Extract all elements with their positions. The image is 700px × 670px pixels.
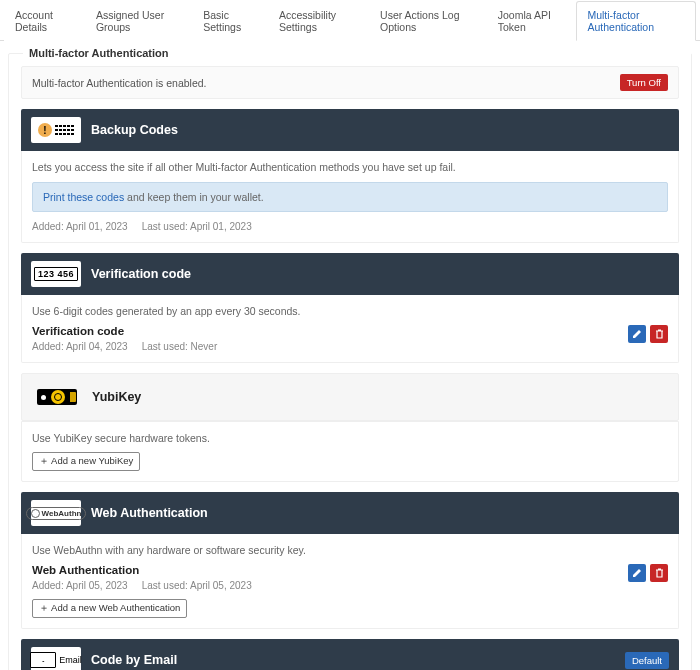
verification-body: Use 6-digit codes generated by an app ev… — [21, 295, 679, 363]
verification-added: Added: April 04, 2023 — [32, 341, 128, 352]
tab-assigned-user-groups[interactable]: Assigned User Groups — [85, 1, 192, 41]
backup-last: Last used: April 01, 2023 — [142, 221, 252, 232]
webauthn-title: Web Authentication — [91, 506, 208, 520]
webauthn-delete-button[interactable] — [650, 564, 668, 582]
email-title: Code by Email — [91, 653, 177, 667]
verification-last: Last used: Never — [142, 341, 218, 352]
yubikey-desc: Use YubiKey secure hardware tokens. — [32, 432, 668, 444]
print-codes-link[interactable]: Print these codes — [43, 191, 124, 203]
webauthn-meta: Added: April 05, 2023Last used: April 05… — [32, 580, 252, 591]
add-yubikey-button[interactable]: ＋ Add a new YubiKey — [32, 452, 140, 471]
yubikey-icon — [32, 384, 82, 410]
verification-desc: Use 6-digit codes generated by an app ev… — [32, 305, 668, 317]
verification-header: 123 456 Verification code — [21, 253, 679, 295]
verification-meta: Added: April 04, 2023Last used: Never — [32, 341, 217, 352]
webauthn-added: Added: April 05, 2023 — [32, 580, 128, 591]
tab-api-token[interactable]: Joomla API Token — [487, 1, 577, 41]
tab-user-actions-log[interactable]: User Actions Log Options — [369, 1, 487, 41]
add-webauthn-button[interactable]: ＋ Add a new Web Authentication — [32, 599, 187, 618]
tab-basic-settings[interactable]: Basic Settings — [192, 1, 268, 41]
yubikey-title: YubiKey — [92, 390, 141, 404]
verification-title: Verification code — [91, 267, 191, 281]
mfa-status-row: Multi-factor Authentication is enabled. … — [21, 66, 679, 99]
backup-codes-header: ! Backup Codes — [21, 109, 679, 151]
mfa-status-text: Multi-factor Authentication is enabled. — [32, 77, 207, 89]
verification-icon: 123 456 — [31, 261, 81, 287]
email-header: Email Code by Email Default — [21, 639, 679, 670]
backup-codes-title: Backup Codes — [91, 123, 178, 137]
verification-edit-button[interactable] — [628, 325, 646, 343]
backup-codes-body: Lets you access the site if all other Mu… — [21, 151, 679, 243]
default-badge: Default — [625, 652, 669, 669]
tab-accessibility-settings[interactable]: Accessibility Settings — [268, 1, 369, 41]
webauthn-body: Use WebAuthn with any hardware or softwa… — [21, 534, 679, 629]
fieldset-legend: Multi-factor Authentication — [23, 47, 691, 59]
backup-alert-rest: and keep them in your wallet. — [124, 191, 264, 203]
tab-bar: Account Details Assigned User Groups Bas… — [0, 0, 700, 41]
backup-codes-alert: Print these codes and keep them in your … — [32, 182, 668, 212]
backup-codes-meta: Added: April 01, 2023Last used: April 01… — [32, 221, 668, 232]
tab-mfa[interactable]: Multi-factor Authentication — [576, 1, 696, 41]
yubikey-body: Use YubiKey secure hardware tokens. ＋ Ad… — [21, 421, 679, 482]
webauthn-edit-button[interactable] — [628, 564, 646, 582]
turn-off-button[interactable]: Turn Off — [620, 74, 668, 91]
email-icon: Email — [31, 647, 81, 670]
backup-added: Added: April 01, 2023 — [32, 221, 128, 232]
backup-codes-icon: ! — [31, 117, 81, 143]
tab-account-details[interactable]: Account Details — [4, 1, 85, 41]
mfa-fieldset: Multi-factor Authentication Multi-factor… — [8, 53, 692, 670]
webauthn-header: WebAuthn Web Authentication — [21, 492, 679, 534]
webauthn-icon: WebAuthn — [31, 500, 81, 526]
webauthn-instance-title: Web Authentication — [32, 564, 252, 576]
yubikey-header: YubiKey — [21, 373, 679, 421]
verification-delete-button[interactable] — [650, 325, 668, 343]
verification-instance-title: Verification code — [32, 325, 217, 337]
webauthn-desc: Use WebAuthn with any hardware or softwa… — [32, 544, 668, 556]
webauthn-last: Last used: April 05, 2023 — [142, 580, 252, 591]
backup-codes-desc: Lets you access the site if all other Mu… — [32, 161, 668, 173]
